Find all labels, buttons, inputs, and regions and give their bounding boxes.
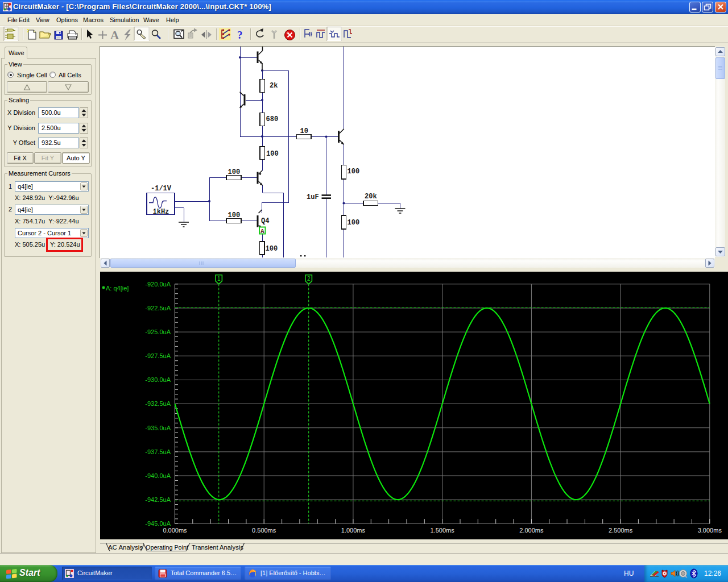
svg-text:2k: 2k (270, 82, 278, 90)
svg-text:A: A (110, 28, 119, 42)
svg-text:20k: 20k (365, 193, 377, 201)
svg-text:1: 1 (217, 276, 221, 282)
svg-text:A: q4[ie]: A: q4[ie] (106, 285, 129, 292)
svg-text:A: A (260, 228, 264, 235)
svg-text:-945.0uA: -945.0uA (145, 520, 171, 527)
svg-text:1.500ms: 1.500ms (430, 527, 454, 534)
svg-text:-935.0uA: -935.0uA (145, 425, 171, 431)
svg-text:100: 100 (348, 219, 360, 227)
svg-text:680: 680 (266, 115, 279, 123)
svg-text:0.500ms: 0.500ms (252, 527, 276, 534)
svg-text:100: 100 (266, 150, 279, 158)
svg-text:3.000ms: 3.000ms (698, 527, 722, 534)
svg-text:-922.5uA: -922.5uA (145, 305, 171, 311)
svg-text:?: ? (237, 29, 243, 41)
svg-text:1kHz: 1kHz (153, 208, 169, 216)
svg-text:-940.0uA: -940.0uA (145, 472, 171, 479)
svg-text:-937.5uA: -937.5uA (145, 448, 171, 455)
svg-text:0.000ms: 0.000ms (163, 527, 187, 534)
svg-text:2.000ms: 2.000ms (519, 527, 544, 534)
svg-text:1.000ms: 1.000ms (341, 527, 366, 534)
svg-text:-942.5uA: -942.5uA (145, 496, 171, 503)
svg-text:-925.0uA: -925.0uA (145, 329, 171, 335)
svg-text:Q4: Q4 (261, 217, 269, 225)
svg-text:100: 100 (228, 211, 241, 219)
svg-text:1uF: 1uF (307, 193, 319, 201)
svg-text:-932.5uA: -932.5uA (145, 400, 171, 407)
svg-text:Operating Point: Operating Point (146, 544, 188, 551)
svg-text:100: 100 (266, 245, 278, 253)
svg-text:-930.0uA: -930.0uA (145, 376, 171, 383)
svg-text:-1/1V: -1/1V (151, 185, 172, 193)
svg-text:2: 2 (307, 276, 311, 282)
svg-text:Transient Analysis: Transient Analysis (192, 544, 244, 551)
svg-text:10: 10 (300, 127, 308, 135)
svg-text:2.500ms: 2.500ms (609, 527, 633, 534)
svg-text:AC Analysis: AC Analysis (108, 544, 143, 551)
svg-text:100: 100 (348, 168, 360, 176)
svg-text:100: 100 (228, 168, 241, 176)
svg-text:-927.5uA: -927.5uA (145, 352, 171, 359)
svg-text:-920.0uA: -920.0uA (145, 281, 171, 288)
